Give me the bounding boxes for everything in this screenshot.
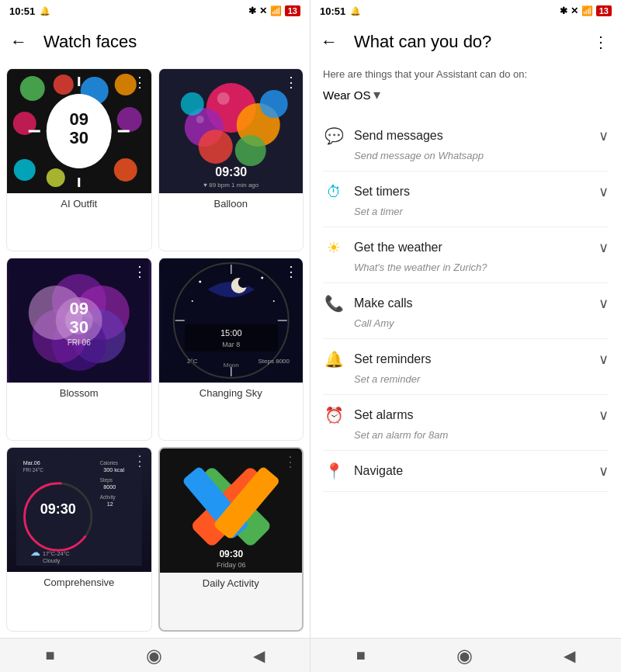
right-battery-icon: 13 xyxy=(596,5,612,16)
watch-card-changing-sky[interactable]: ⋮ xyxy=(158,258,304,441)
feature-send-messages-subtitle: Send message on Whatsapp xyxy=(354,150,609,161)
wifi-icon: 📶 xyxy=(270,5,282,16)
svg-point-8 xyxy=(47,168,65,187)
feature-make-calls-header[interactable]: 📞 Make calls ∨ xyxy=(323,293,609,314)
set-timers-icon: ⏱ xyxy=(323,181,345,203)
svg-text:Cloudy: Cloudy xyxy=(43,557,61,564)
card-menu-changing-sky[interactable]: ⋮ xyxy=(284,263,298,280)
svg-text:09:30: 09:30 xyxy=(219,549,243,559)
left-status-bar: 10:51 🔔 ✱ ✕ 📶 13 xyxy=(0,0,310,22)
card-menu-daily-activity[interactable]: ⋮ xyxy=(283,453,297,470)
platform-selector[interactable]: Wear OS ▾ xyxy=(323,86,609,103)
feature-set-alarms: ⏰ Set alarms ∨ Set an alarm for 8am xyxy=(323,395,609,451)
feature-navigate-header[interactable]: 📍 Navigate ∨ xyxy=(323,460,609,482)
card-label-changing-sky: Changing Sky xyxy=(159,383,304,404)
card-menu-blossom[interactable]: ⋮ xyxy=(133,263,147,280)
svg-text:300 kcal: 300 kcal xyxy=(103,466,124,473)
svg-text:♥ 89 bpm 1 min ago: ♥ 89 bpm 1 min ago xyxy=(203,182,259,189)
left-page-title: Watch faces xyxy=(43,32,304,52)
svg-text:2°C: 2°C xyxy=(187,358,198,365)
svg-text:Steps 8000: Steps 8000 xyxy=(258,358,290,365)
svg-point-1 xyxy=(20,76,45,101)
feature-set-timers-header[interactable]: ⏱ Set timers ∨ xyxy=(323,181,609,203)
watch-face-daily: 09:30 Friday 06 xyxy=(160,449,303,573)
watch-card-ai-outfit[interactable]: ⋮ xyxy=(6,68,152,251)
assistant-subtitle: Here are things that your Assistant can … xyxy=(323,68,609,80)
feature-make-calls-title: Make calls xyxy=(354,296,589,310)
card-label-balloon: Balloon xyxy=(159,193,304,214)
svg-text:☁: ☁ xyxy=(30,547,40,558)
svg-text:30: 30 xyxy=(70,317,88,337)
svg-text:09: 09 xyxy=(70,299,88,318)
feature-navigate: 📍 Navigate ∨ xyxy=(323,451,609,492)
watch-face-balloon: 09:30 ♥ 89 bpm 1 min ago xyxy=(159,69,304,193)
get-weather-icon: ☀ xyxy=(323,237,345,258)
svg-point-2 xyxy=(54,74,74,95)
watch-face-comprehensive: Mar.06 FRI 24°C Calories 300 kcal Steps … xyxy=(7,448,151,572)
svg-point-50 xyxy=(261,277,263,279)
right-nav-square[interactable]: ■ xyxy=(356,646,366,664)
card-label-ai-outfit: AI Outfit xyxy=(7,193,151,214)
left-back-button[interactable]: ← xyxy=(3,26,34,57)
bluetooth-icon: ✱ xyxy=(248,5,256,16)
svg-text:15:00: 15:00 xyxy=(220,328,241,338)
right-nav-back[interactable]: ◀ xyxy=(564,646,575,665)
right-nav-circle[interactable]: ◉ xyxy=(456,645,473,667)
feature-send-messages-header[interactable]: 💬 Send messages ∨ xyxy=(323,125,609,147)
svg-text:Moon: Moon xyxy=(223,362,238,369)
svg-point-24 xyxy=(180,92,203,116)
right-nav-bar: ■ ◉ ◀ xyxy=(310,638,621,672)
svg-point-21 xyxy=(198,130,232,164)
left-nav-back[interactable]: ◀ xyxy=(253,646,265,665)
svg-point-52 xyxy=(272,300,274,302)
set-timers-chevron-icon: ∨ xyxy=(598,183,609,200)
svg-point-25 xyxy=(217,92,229,105)
platform-name: Wear OS xyxy=(323,88,370,102)
svg-text:Mar.06: Mar.06 xyxy=(23,459,40,466)
feature-set-timers-subtitle: Set a timer xyxy=(354,206,609,217)
svg-text:8000: 8000 xyxy=(103,483,116,490)
right-menu-button[interactable]: ⋮ xyxy=(587,29,615,54)
card-menu-balloon[interactable]: ⋮ xyxy=(284,74,298,91)
svg-point-51 xyxy=(191,300,193,302)
watch-card-comprehensive[interactable]: ⋮ Mar.06 FRI 24°C Calories 300 kcal Step… xyxy=(6,447,152,632)
navigate-chevron-icon: ∨ xyxy=(598,462,609,480)
watch-card-blossom[interactable]: ⋮ 09 30 FRI 06 xyxy=(6,258,152,441)
left-nav-circle[interactable]: ◉ xyxy=(146,645,162,667)
svg-point-23 xyxy=(259,90,287,118)
left-nav-square[interactable]: ■ xyxy=(45,646,54,664)
svg-text:09:30: 09:30 xyxy=(215,165,247,178)
svg-point-48 xyxy=(238,277,248,288)
feature-set-timers: ⏱ Set timers ∨ Set a timer xyxy=(323,171,609,227)
card-menu-ai-outfit[interactable]: ⋮ xyxy=(133,74,147,91)
card-label-daily-activity: Daily Activity xyxy=(160,573,303,594)
navigate-icon: 📍 xyxy=(323,460,345,482)
feature-set-reminders-subtitle: Set a reminder xyxy=(354,373,609,385)
svg-text:FRI 06: FRI 06 xyxy=(68,338,91,347)
feature-set-alarms-title: Set alarms xyxy=(354,408,589,422)
card-menu-comprehensive[interactable]: ⋮ xyxy=(133,452,147,469)
set-reminders-icon: 🔔 xyxy=(323,348,345,370)
right-back-button[interactable]: ← xyxy=(314,26,345,57)
svg-text:12: 12 xyxy=(107,501,113,507)
left-top-bar: ← Watch faces xyxy=(0,22,310,62)
svg-point-26 xyxy=(196,116,203,123)
feature-make-calls-subtitle: Call Amy xyxy=(354,317,609,329)
svg-point-9 xyxy=(114,158,137,182)
feature-get-weather: ☀ Get the weather ∨ What's the weather i… xyxy=(323,227,609,283)
svg-text:09: 09 xyxy=(70,109,88,129)
watch-card-balloon[interactable]: ⋮ 09:30 ♥ xyxy=(158,68,304,251)
svg-text:FRI 24°C: FRI 24°C xyxy=(23,467,43,473)
right-status-bar: 10:51 🔔 ✱ ✕ 📶 13 xyxy=(310,0,621,22)
svg-point-7 xyxy=(14,159,36,181)
feature-send-messages: 💬 Send messages ∨ Send message on Whatsa… xyxy=(323,116,609,171)
watch-card-daily-activity[interactable]: ⋮ 09:30 Friday 06 Daily Activity xyxy=(158,447,304,632)
feature-set-alarms-header[interactable]: ⏰ Set alarms ∨ xyxy=(323,404,609,426)
card-label-blossom: Blossom xyxy=(7,383,151,404)
feature-set-reminders-header[interactable]: 🔔 Set reminders ∨ xyxy=(323,348,609,370)
make-calls-chevron-icon: ∨ xyxy=(598,295,609,312)
feature-get-weather-header[interactable]: ☀ Get the weather ∨ xyxy=(323,237,609,258)
right-signal-icon: ✕ xyxy=(571,5,578,16)
svg-point-6 xyxy=(117,107,142,132)
svg-point-49 xyxy=(199,281,201,283)
